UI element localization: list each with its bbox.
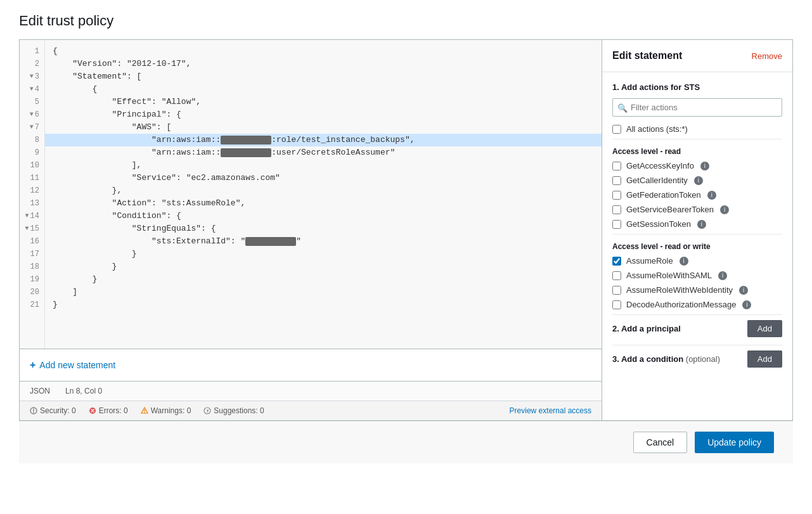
page-container: Edit trust policy 12▼3▼45▼6▼78910111213▼…	[0, 0, 812, 514]
info-icon-getcalleridentity[interactable]: i	[694, 176, 703, 185]
add-principal-button[interactable]: Add	[747, 320, 782, 337]
code-panel: 12▼3▼45▼6▼78910111213▼14▼15161718192021 …	[20, 40, 602, 420]
info-icon-decodeauthorizationmessage[interactable]: i	[742, 300, 751, 309]
label-getfederationtoken: GetFederationToken	[626, 190, 701, 200]
line-number-16: 16	[20, 235, 44, 248]
add-statement-bar: + Add new statement	[20, 349, 602, 381]
info-icon-assumerole[interactable]: i	[680, 257, 688, 266]
line-number-3: ▼3	[20, 70, 44, 83]
divider-3	[612, 314, 782, 315]
filter-input-wrap: 🔍	[612, 98, 782, 117]
label-getcalleridentity: GetCallerIdentity	[626, 176, 688, 185]
code-line-16[interactable]: "sts:ExternalId": " "	[45, 235, 602, 248]
label-getaccesskeyinfo: GetAccessKeyInfo	[626, 161, 694, 170]
checkbox-getservicebearertoken[interactable]	[612, 205, 621, 214]
remove-button[interactable]: Remove	[752, 51, 782, 61]
access-read-item-2: GetFederationTokeni	[612, 190, 782, 200]
checkbox-assumerolewithwebidentity[interactable]	[612, 286, 621, 295]
checkbox-getsessiontoken[interactable]	[612, 220, 621, 229]
security-bar: Security: 0 Errors: 0 Warnings: 0 Sugges…	[20, 401, 602, 420]
line-number-13: 13	[20, 197, 44, 210]
filter-actions-input[interactable]	[612, 98, 782, 117]
line-number-14: ▼14	[20, 210, 44, 222]
code-line-19[interactable]: }	[45, 273, 602, 286]
code-line-2[interactable]: "Version": "2012-10-17",	[45, 58, 602, 70]
checkbox-assumerole[interactable]	[612, 257, 621, 266]
code-lines[interactable]: { "Version": "2012-10-17", "Statement": …	[45, 40, 602, 349]
warning-icon	[141, 407, 148, 414]
code-line-21[interactable]: }	[45, 299, 602, 311]
cancel-button[interactable]: Cancel	[633, 432, 688, 453]
info-icon-getaccesskeyinfo[interactable]: i	[700, 162, 709, 170]
line-number-19: 19	[20, 273, 44, 286]
label-assumerole: AssumeRole	[626, 256, 673, 266]
info-icon-assumerolewithsaml[interactable]: i	[718, 271, 727, 280]
svg-point-3	[207, 413, 208, 413]
access-rw-title: Access level - read or write	[612, 242, 782, 251]
preview-external-access-link[interactable]: Preview external access	[510, 406, 591, 415]
label-assumerolewithwebidentity: AssumeRoleWithWebIdentity	[626, 285, 733, 295]
code-line-6[interactable]: "Principal": {	[45, 108, 602, 121]
line-number-10: 10	[20, 159, 44, 172]
line-number-1: 1	[20, 45, 44, 58]
code-line-4[interactable]: {	[45, 83, 602, 96]
code-line-14[interactable]: "Condition": {	[45, 210, 602, 222]
suggestions-count: Suggestions: 0	[203, 406, 264, 415]
access-read-item-4: GetSessionTokeni	[612, 219, 782, 229]
line-number-21: 21	[20, 299, 44, 311]
code-line-13[interactable]: "Action": "sts:AssumeRole",	[45, 197, 602, 210]
all-actions-checkbox[interactable]	[612, 125, 621, 134]
label-decodeauthorizationmessage: DecodeAuthorizationMessage	[626, 300, 736, 309]
line-number-11: 11	[20, 172, 44, 184]
info-icon-getfederationtoken[interactable]: i	[707, 191, 716, 200]
update-policy-button[interactable]: Update policy	[695, 432, 774, 453]
info-icon-getservicebearertoken[interactable]: i	[720, 205, 729, 214]
code-line-10[interactable]: ],	[45, 159, 602, 172]
label-getservicebearertoken: GetServiceBearerToken	[626, 205, 714, 214]
errors-count: Errors: 0	[89, 406, 128, 415]
add-condition-button[interactable]: Add	[747, 350, 782, 368]
access-read-title: Access level - read	[612, 147, 782, 156]
code-line-12[interactable]: },	[45, 184, 602, 197]
divider-1	[612, 139, 782, 139]
access-rw-list: AssumeRoleiAssumeRoleWithSAMLiAssumeRole…	[612, 256, 782, 309]
edit-panel-body[interactable]: 1. Add actions for STS 🔍 All actions (st…	[602, 72, 792, 376]
code-line-17[interactable]: }	[45, 248, 602, 260]
code-line-5[interactable]: "Effect": "Allow",	[45, 96, 602, 108]
security-items: Security: 0 Errors: 0 Warnings: 0 Sugges…	[30, 406, 264, 415]
code-line-8[interactable]: "arn:aws:iam:: :role/test_instance_backu…	[45, 134, 602, 146]
info-icon-getsessiontoken[interactable]: i	[697, 220, 706, 229]
edit-statement-title: Edit statement	[612, 50, 682, 61]
line-number-12: 12	[20, 184, 44, 197]
checkbox-getcalleridentity[interactable]	[612, 176, 621, 185]
code-line-11[interactable]: "Service": "ec2.amazonaws.com"	[45, 172, 602, 184]
line-number-20: 20	[20, 286, 44, 299]
access-read-item-3: GetServiceBearerTokeni	[612, 205, 782, 214]
security-icon	[30, 407, 37, 414]
checkbox-decodeauthorizationmessage[interactable]	[612, 300, 621, 309]
section3-title: 3. Add a condition (optional)	[612, 354, 720, 364]
access-rw-item-1: AssumeRoleWithSAMLi	[612, 271, 782, 280]
info-icon-assumerolewithwebidentity[interactable]: i	[739, 286, 748, 295]
line-number-2: 2	[20, 58, 44, 70]
checkbox-getaccesskeyinfo[interactable]	[612, 162, 621, 170]
checkbox-assumerolewithsaml[interactable]	[612, 271, 621, 280]
code-editor[interactable]: 12▼3▼45▼6▼78910111213▼14▼15161718192021 …	[20, 40, 602, 349]
code-line-18[interactable]: }	[45, 260, 602, 273]
access-read-item-1: GetCallerIdentityi	[612, 176, 782, 185]
suggestion-icon	[203, 407, 211, 414]
code-line-7[interactable]: "AWS": [	[45, 121, 602, 134]
code-line-3[interactable]: "Statement": [	[45, 70, 602, 83]
line-number-4: ▼4	[20, 83, 44, 96]
code-line-1[interactable]: {	[45, 45, 602, 58]
cursor-position: Ln 8, Col 0	[65, 387, 102, 395]
add-new-statement-button[interactable]: + Add new statement	[30, 357, 115, 373]
code-line-15[interactable]: "StringEquals": {	[45, 222, 602, 235]
checkbox-getfederationtoken[interactable]	[612, 191, 621, 200]
warnings-count: Warnings: 0	[141, 406, 191, 415]
code-line-9[interactable]: "arn:aws:iam:: :user/SecretsRoleAssumer"	[45, 146, 602, 159]
divider-4	[612, 345, 782, 345]
code-line-20[interactable]: ]	[45, 286, 602, 299]
section3-row: 3. Add a condition (optional) Add	[612, 350, 782, 368]
section2-row: 2. Add a principal Add	[612, 320, 782, 337]
